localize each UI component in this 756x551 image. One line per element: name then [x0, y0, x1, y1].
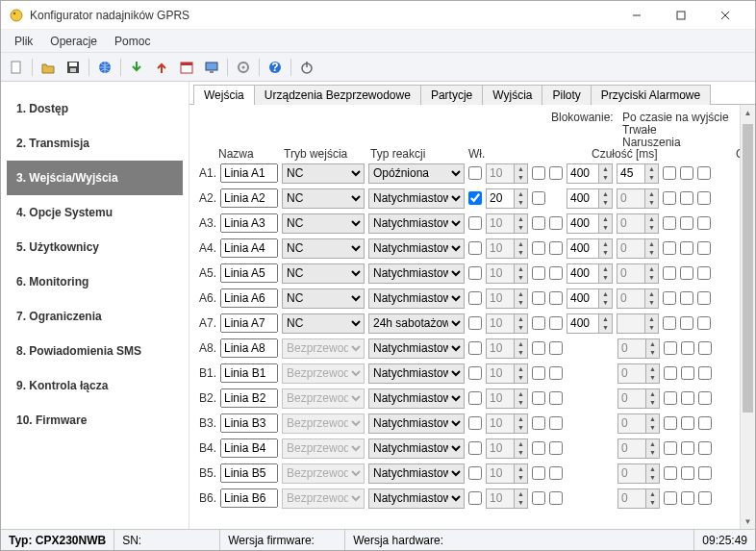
chk-c2[interactable]: [549, 491, 563, 505]
chk-g1[interactable]: [663, 266, 676, 280]
chk-c1[interactable]: [532, 191, 545, 205]
nazwa-input[interactable]: [220, 213, 278, 233]
tryb-select[interactable]: NC: [282, 238, 365, 259]
close-button[interactable]: [703, 1, 747, 30]
chk-g2[interactable]: [680, 291, 693, 305]
upload-icon[interactable]: [150, 56, 173, 79]
chk-g3[interactable]: [698, 341, 712, 355]
czulosc-input-arrows[interactable]: ▲▼: [599, 188, 613, 209]
czulosc-input-arrows[interactable]: ▲▼: [599, 288, 613, 309]
open-folder-icon[interactable]: [37, 56, 60, 79]
power-icon[interactable]: [295, 56, 318, 79]
chk-g1[interactable]: [663, 191, 676, 205]
czulosc-input-arrows[interactable]: ▲▼: [599, 238, 613, 259]
chk-g3[interactable]: [697, 316, 711, 330]
chk-g2[interactable]: [681, 341, 694, 355]
chk-g1[interactable]: [663, 216, 676, 230]
typ-select[interactable]: Natychmiastowa: [368, 463, 465, 484]
czulosc-input[interactable]: [567, 163, 599, 184]
czulosc-input-arrows[interactable]: ▲▼: [599, 313, 613, 334]
opoznienie-input[interactable]: [617, 163, 645, 184]
tryb-select[interactable]: NC: [282, 188, 365, 209]
tab-0[interactable]: Wejścia: [193, 85, 255, 105]
czulosc-input[interactable]: [567, 188, 599, 209]
wl-checkbox[interactable]: [468, 291, 482, 305]
chk-g3[interactable]: [697, 241, 711, 255]
typ-select[interactable]: Natychmiastowa: [368, 338, 465, 359]
tryb-select[interactable]: NC: [282, 213, 365, 234]
czulosc-input[interactable]: [567, 238, 599, 259]
chk-g2[interactable]: [680, 316, 693, 330]
czulosc-input[interactable]: [567, 263, 599, 284]
chk-c2[interactable]: [549, 466, 563, 480]
nazwa-input[interactable]: [220, 413, 278, 433]
sidebar-item-3[interactable]: 4. Opcje Systemu: [7, 195, 183, 230]
tryb-select[interactable]: NC: [282, 288, 365, 309]
chk-c1[interactable]: [532, 391, 545, 405]
nazwa-input[interactable]: [220, 363, 278, 383]
typ-select[interactable]: Natychmiastowa: [368, 438, 465, 459]
typ-select[interactable]: Natychmiastowa: [368, 363, 465, 384]
opoznienie-input-arrows[interactable]: ▲▼: [645, 163, 659, 184]
chk-g1[interactable]: [664, 491, 677, 505]
chk-c2[interactable]: [549, 341, 563, 355]
tab-3[interactable]: Wyjścia: [482, 85, 542, 105]
chk-g3[interactable]: [698, 416, 712, 430]
chk-g3[interactable]: [698, 466, 712, 480]
sidebar-item-7[interactable]: 8. Powiadomienia SMS: [7, 334, 183, 368]
wl-checkbox[interactable]: [468, 341, 482, 355]
maximize-button[interactable]: [659, 1, 703, 30]
czulosc-input-arrows[interactable]: ▲▼: [599, 163, 613, 184]
chk-c2[interactable]: [549, 316, 563, 330]
chk-g3[interactable]: [698, 366, 712, 380]
typ-select[interactable]: Natychmiastowa: [368, 413, 465, 434]
new-file-icon[interactable]: [5, 56, 28, 79]
chk-c2[interactable]: [549, 416, 563, 430]
chk-c2[interactable]: [549, 391, 563, 405]
help-icon[interactable]: ?: [264, 56, 287, 79]
sidebar-item-6[interactable]: 7. Ograniczenia: [7, 299, 183, 334]
wl-checkbox[interactable]: [468, 491, 482, 505]
sidebar-item-0[interactable]: 1. Dostęp: [7, 91, 183, 126]
scroll-up-icon[interactable]: ▲: [741, 105, 755, 120]
wl-checkbox[interactable]: [468, 266, 482, 280]
czulosc-input[interactable]: [567, 213, 599, 234]
nazwa-input[interactable]: [220, 238, 278, 258]
wl-checkbox[interactable]: [468, 216, 482, 230]
monitor-icon[interactable]: [200, 56, 223, 79]
czulosc-input[interactable]: [567, 288, 599, 309]
typ-select[interactable]: Natychmiastowa: [368, 263, 465, 284]
tab-1[interactable]: Urządzenia Bezprzewodowe: [254, 85, 421, 105]
nazwa-input[interactable]: [220, 288, 278, 308]
chk-c2[interactable]: [549, 441, 563, 455]
menu-pomoc[interactable]: Pomoc: [107, 32, 158, 51]
sidebar-item-2[interactable]: 3. Wejścia/Wyjścia: [7, 161, 183, 195]
naruszenia-input[interactable]: [486, 188, 515, 209]
wl-checkbox[interactable]: [468, 191, 482, 205]
chk-c2[interactable]: [549, 291, 563, 305]
chk-g2[interactable]: [680, 241, 693, 255]
nazwa-input[interactable]: [220, 163, 278, 183]
tab-5[interactable]: Przyciski Alarmowe: [591, 85, 711, 105]
typ-select[interactable]: Natychmiastowa: [368, 288, 465, 309]
sidebar-item-8[interactable]: 9. Kontrola łącza: [7, 368, 183, 403]
chk-g3[interactable]: [698, 491, 712, 505]
minimize-button[interactable]: [615, 1, 659, 30]
chk-g1[interactable]: [664, 391, 677, 405]
globe-icon[interactable]: [93, 56, 116, 79]
typ-select[interactable]: Natychmiastowa: [368, 238, 465, 259]
czulosc-input-arrows[interactable]: ▲▼: [599, 263, 613, 284]
scroll-down-icon[interactable]: ▼: [741, 513, 755, 529]
wl-checkbox[interactable]: [468, 366, 482, 380]
chk-g3[interactable]: [698, 441, 712, 455]
naruszenia-input-arrows[interactable]: ▲▼: [515, 188, 528, 209]
gear-icon[interactable]: [232, 56, 255, 79]
chk-g2[interactable]: [680, 191, 693, 205]
chk-c1[interactable]: [532, 466, 545, 480]
chk-g1[interactable]: [664, 441, 677, 455]
scrollbar-thumb[interactable]: [743, 124, 753, 413]
chk-c1[interactable]: [532, 316, 545, 330]
chk-g1[interactable]: [663, 291, 676, 305]
chk-c2[interactable]: [549, 241, 563, 255]
nazwa-input[interactable]: [220, 263, 278, 283]
